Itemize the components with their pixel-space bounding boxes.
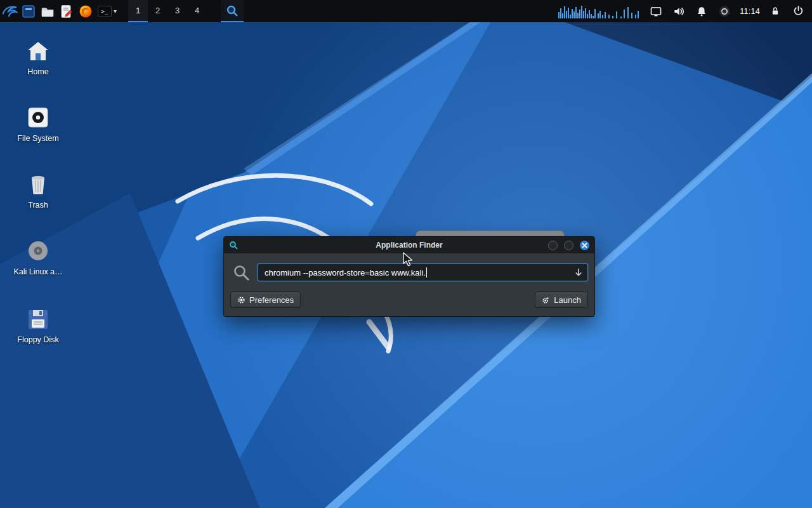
preferences-button[interactable]: Preferences (230, 291, 301, 308)
command-input[interactable]: chromium --password-store=basic www.kali… (258, 264, 588, 281)
desktop-icon-trash[interactable]: Trash (8, 170, 69, 210)
notifications-bell-icon[interactable] (694, 0, 709, 22)
launch-gear-icon (542, 296, 550, 304)
workspace-switcher: 1 2 3 4 (128, 0, 207, 22)
firefox-icon[interactable] (76, 0, 95, 22)
window-controls (548, 241, 589, 250)
text-cursor (426, 267, 427, 277)
launch-button[interactable]: Launch (535, 291, 588, 308)
top-panel: >_ ▾ 1 2 3 4 (0, 0, 812, 22)
entry-dropdown-arrow-icon[interactable] (574, 268, 583, 279)
trash-icon (8, 170, 69, 196)
system-monitor-graph[interactable] (558, 3, 641, 19)
button-row: Preferences Launch (230, 291, 588, 308)
desktop-icon-label: Trash (8, 201, 69, 210)
finder-titlebar-icon (229, 241, 238, 250)
workspace-3[interactable]: 3 (167, 0, 187, 22)
command-input-text: chromium --password-store=basic www.kali… (265, 268, 426, 277)
desktop-icon-label: File System (8, 134, 69, 144)
power-logout-icon[interactable] (790, 0, 806, 22)
terminal-icon: >_ (98, 6, 112, 17)
panel-right: 11:14 (558, 0, 812, 22)
application-finder-window: Application Finder (223, 236, 595, 317)
terminal-dropdown-caret-icon[interactable]: ▾ (114, 8, 117, 15)
maximize-button[interactable] (564, 241, 573, 250)
desktop-icon-label: Kali Linux a… (8, 267, 69, 277)
finder-titlebar[interactable]: Application Finder (224, 237, 594, 253)
desktop-icon-floppy-disk[interactable]: Floppy Disk (8, 305, 69, 345)
close-icon (582, 243, 587, 248)
updates-status-icon[interactable] (717, 0, 732, 22)
screen: >_ ▾ 1 2 3 4 (0, 0, 812, 508)
minimize-button[interactable] (548, 241, 558, 250)
workspace-4[interactable]: 4 (187, 0, 207, 22)
desktop-icon-label: Home (8, 67, 69, 77)
text-editor-icon[interactable] (57, 0, 76, 22)
clock[interactable]: 11:14 (740, 7, 760, 16)
file-manager-icon[interactable] (38, 0, 57, 22)
close-button[interactable] (580, 241, 589, 250)
finder-title: Application Finder (224, 241, 594, 250)
workspace-2[interactable]: 2 (148, 0, 167, 22)
app-launcher-1-icon[interactable] (19, 0, 38, 22)
desktop-icon-label: Floppy Disk (8, 335, 69, 345)
preferences-label: Preferences (249, 295, 294, 305)
desktop-icon-home[interactable]: Home (8, 37, 69, 77)
terminal-launcher[interactable]: >_ ▾ (95, 0, 119, 22)
search-icon (233, 264, 250, 281)
workspace-1[interactable]: 1 (128, 0, 148, 22)
panel-left: >_ ▾ 1 2 3 4 (0, 0, 244, 22)
disk-icon (8, 237, 69, 262)
search-row: chromium --password-store=basic www.kali… (230, 264, 588, 281)
finder-body: chromium --password-store=basic www.kali… (224, 253, 594, 316)
file-system-icon (8, 104, 69, 129)
taskbar-application-finder[interactable] (221, 0, 244, 22)
application-finder-icon (226, 4, 239, 17)
display-icon[interactable] (648, 0, 664, 22)
volume-icon[interactable] (671, 0, 686, 22)
desktop-icon-file-system[interactable]: File System (8, 104, 69, 144)
lock-icon[interactable] (768, 0, 783, 22)
home-icon (8, 37, 69, 62)
desktop-icon-kali-linux[interactable]: Kali Linux a… (8, 237, 69, 277)
kali-menu-button[interactable] (0, 0, 19, 22)
launch-label: Launch (554, 295, 581, 305)
gear-icon (237, 296, 246, 304)
floppy-disk-icon (8, 305, 69, 330)
